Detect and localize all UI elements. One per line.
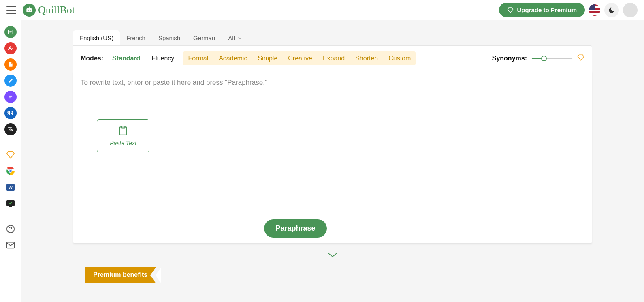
mode-formal[interactable]: Formal [185,52,211,64]
diamond-icon [577,54,584,63]
lang-tab-spanish[interactable]: Spanish [152,30,187,45]
language-tabs: English (US) French Spanish German All [73,30,592,45]
input-placeholder: To rewrite text, enter or paste it here … [81,79,325,87]
upgrade-label: Upgrade to Premium [517,6,577,13]
dark-mode-toggle[interactable] [604,3,619,17]
upgrade-button[interactable]: Upgrade to Premium [499,3,585,17]
brand-logo[interactable]: QuillBot [23,4,75,17]
svg-rect-18 [122,126,125,128]
moon-icon [608,6,615,14]
premium-benefits-ribbon[interactable]: Premium benefits [85,267,156,283]
synonyms-control: Synonyms: [492,54,584,63]
lang-tab-french[interactable]: French [120,30,152,45]
language-flag-icon[interactable] [589,4,600,16]
chevron-down-icon [328,253,337,257]
svg-rect-3 [29,6,30,8]
brand-name: QuillBot [38,4,75,16]
modes-label: Modes: [81,55,103,62]
paste-text-button[interactable]: Paste Text [97,119,149,152]
clipboard-icon [118,125,128,136]
app-header: QuillBot Upgrade to Premium [0,0,644,20]
mode-fluency[interactable]: Fluency [149,53,177,64]
slider-thumb[interactable] [541,56,547,61]
synonyms-label: Synonyms: [492,55,527,62]
svg-text:W: W [8,185,13,190]
mode-academic[interactable]: Academic [215,52,250,64]
svg-rect-14 [9,206,12,207]
paraphrase-button[interactable]: Paraphrase [264,219,326,238]
sidebar-feedback-icon[interactable] [4,239,17,251]
diamond-icon [507,7,514,13]
sidebar-grammar-icon[interactable] [4,42,17,54]
sidebar-translator-icon[interactable] [4,123,17,135]
output-pane [333,71,592,243]
sidebar-macos-icon[interactable] [4,197,17,210]
sidebar-plagiarism-icon[interactable] [4,58,17,71]
mode-custom[interactable]: Custom [385,52,414,64]
lang-tab-english[interactable]: English (US) [73,30,120,45]
mode-creative[interactable]: Creative [285,52,316,64]
lang-tab-all[interactable]: All [222,30,249,45]
sidebar-word-icon[interactable]: W [4,181,17,193]
synonyms-slider[interactable] [532,58,572,59]
tool-sidebar: 99 W [0,20,21,302]
lang-all-label: All [228,34,235,41]
chevron-down-icon [237,36,242,41]
expand-toggle[interactable] [73,244,592,267]
modes-bar: Modes: Standard Fluency Formal Academic … [73,45,592,71]
sidebar-summarizer-icon[interactable] [4,91,17,103]
logo-icon [23,4,36,17]
svg-point-2 [30,9,31,11]
paste-label: Paste Text [101,140,145,146]
user-avatar[interactable] [623,3,638,17]
premium-benefits-label: Premium benefits [85,267,156,283]
lang-tab-german[interactable]: German [187,30,222,45]
sidebar-separator-2 [0,216,21,216]
sidebar-separator [0,142,21,142]
ribbon-notch [150,267,156,283]
mode-shorten[interactable]: Shorten [352,52,381,64]
sidebar-chrome-icon[interactable] [4,165,17,177]
menu-icon[interactable] [6,6,16,14]
input-pane[interactable]: To rewrite text, enter or paste it here … [73,71,333,243]
editor-panes: To rewrite text, enter or paste it here … [73,71,592,244]
svg-rect-0 [26,8,32,12]
sidebar-citation-icon[interactable]: 99 [4,107,17,119]
svg-point-1 [28,9,29,11]
mode-expand[interactable]: Expand [320,52,348,64]
sidebar-paraphraser-icon[interactable] [4,26,17,38]
mode-simple[interactable]: Simple [254,52,281,64]
mode-standard[interactable]: Standard [110,53,143,64]
sidebar-premium-icon[interactable] [4,149,17,161]
svg-point-10 [9,170,12,173]
sidebar-help-icon[interactable] [4,223,17,235]
premium-modes: Formal Academic Simple Creative Expand S… [183,51,416,65]
main-area: English (US) French Spanish German All M… [21,20,644,302]
sidebar-cowriter-icon[interactable] [4,75,17,87]
